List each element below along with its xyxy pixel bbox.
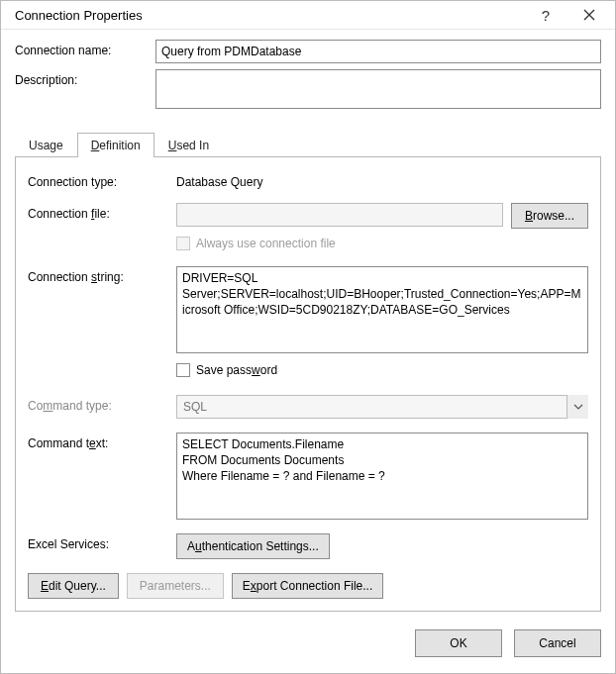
authentication-settings-button[interactable]: Authentication Settings... <box>176 533 330 559</box>
command-type-value: SQL <box>176 395 588 419</box>
command-text-input[interactable]: SELECT Documents.Filename FROM Documents… <box>176 433 588 520</box>
command-text-label: Command text: <box>28 433 176 450</box>
parameters-button: Parameters... <box>127 573 224 599</box>
description-input[interactable] <box>155 69 601 109</box>
excel-services-label: Excel Services: <box>28 533 176 551</box>
connection-type-value: Database Query <box>176 171 262 189</box>
tab-usage[interactable]: Usage <box>15 133 77 157</box>
connection-string-input[interactable]: DRIVER=SQL Server;SERVER=localhost;UID=B… <box>176 266 588 353</box>
description-label: Description: <box>15 69 155 87</box>
ok-button[interactable]: OK <box>415 629 502 657</box>
dialog-footer: OK Cancel <box>1 612 615 674</box>
checkbox-icon <box>176 237 190 250</box>
save-password-label: Save password <box>196 363 277 377</box>
help-button[interactable]: ? <box>524 1 567 29</box>
connection-properties-dialog: Connection Properties ? Connection name:… <box>0 0 616 674</box>
tab-strip: Usage Definition Used In <box>15 132 601 156</box>
checkbox-icon <box>176 363 190 377</box>
titlebar: Connection Properties ? <box>1 1 615 30</box>
connection-file-input <box>176 203 503 227</box>
connection-string-label: Connection string: <box>28 266 176 284</box>
always-use-connection-file-checkbox: Always use connection file <box>176 235 336 250</box>
command-type-label: Command type: <box>28 395 176 413</box>
connection-name-label: Connection name: <box>15 40 155 57</box>
export-connection-file-button[interactable]: Export Connection File... <box>232 573 383 599</box>
chevron-down-icon <box>566 395 588 419</box>
save-password-checkbox[interactable]: Save password <box>176 361 277 377</box>
cancel-button[interactable]: Cancel <box>514 629 601 657</box>
tab-definition[interactable]: Definition <box>77 133 154 157</box>
tab-used-in[interactable]: Used In <box>154 133 223 157</box>
command-type-select[interactable]: SQL <box>176 395 588 419</box>
close-icon <box>583 9 595 21</box>
definition-panel: Connection type: Database Query Connecti… <box>15 156 601 612</box>
connection-name-input[interactable] <box>155 40 601 63</box>
connection-file-label: Connection file: <box>28 203 176 221</box>
edit-query-button[interactable]: Edit Query... <box>28 573 119 599</box>
close-button[interactable] <box>567 1 611 29</box>
connection-type-label: Connection type: <box>28 171 176 189</box>
browse-button[interactable]: Browse... <box>511 203 588 229</box>
always-use-label: Always use connection file <box>196 237 336 250</box>
dialog-title: Connection Properties <box>15 8 524 23</box>
